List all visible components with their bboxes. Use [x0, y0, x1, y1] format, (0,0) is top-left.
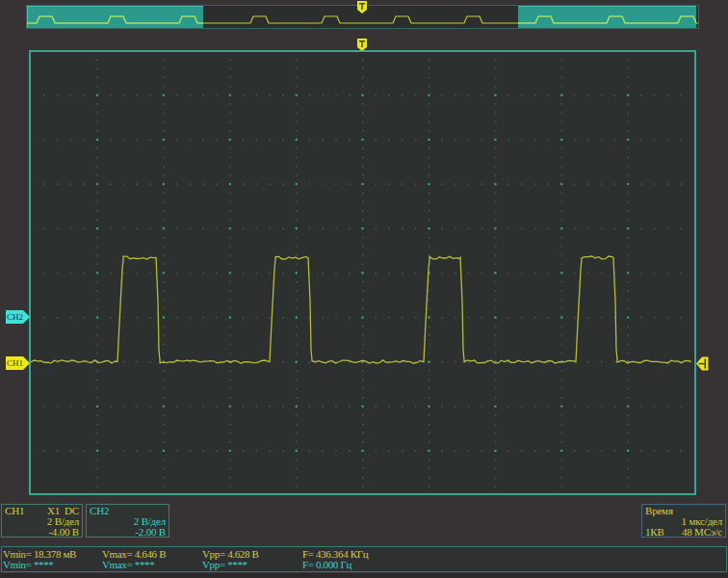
svg-text:CH1: CH1 [7, 358, 23, 368]
svg-text:CH2: CH2 [7, 312, 23, 322]
